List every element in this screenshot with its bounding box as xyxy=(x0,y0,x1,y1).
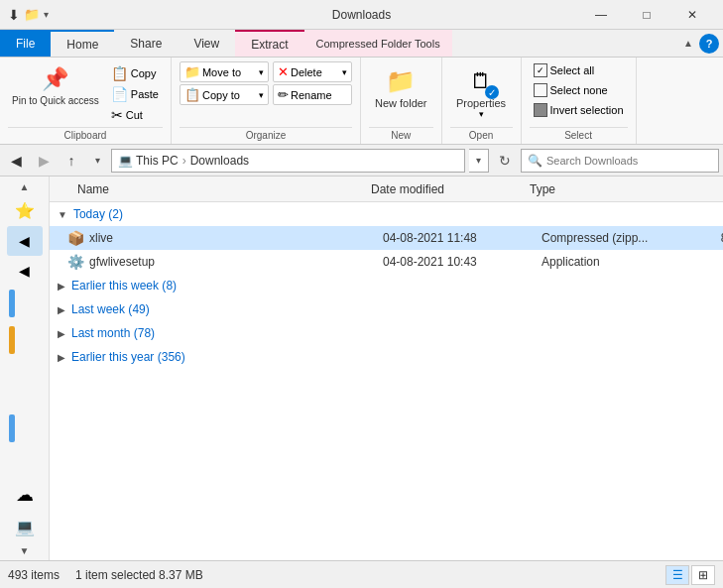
quick-access-menu-icon[interactable]: ▾ xyxy=(44,9,49,20)
xlive-name: xlive xyxy=(89,231,383,245)
scissors-icon: ✂ xyxy=(111,107,123,123)
copy-to-icon: 📋 xyxy=(184,87,200,102)
group-today-label: Today xyxy=(73,207,105,221)
group-earlier-year-count: ( xyxy=(154,350,161,364)
copy-to-label: Copy to xyxy=(202,89,240,101)
open-group-label: Open xyxy=(450,127,513,144)
group-earlier-week-chevron: ▶ xyxy=(58,281,65,292)
minimize-button[interactable]: — xyxy=(578,0,624,30)
address-breadcrumb[interactable]: 💻 This PC › Downloads xyxy=(111,149,465,173)
large-icons-view-button[interactable]: ⊞ xyxy=(691,565,715,585)
group-earlier-week-label: Earlier this week xyxy=(71,279,159,293)
new-folder-button[interactable]: 📁 New folder xyxy=(369,61,433,114)
group-last-month-header[interactable]: ▶ Last month ( 78 ) xyxy=(50,321,723,345)
move-to-icon: 📁 xyxy=(184,64,200,79)
group-today-header[interactable]: ▼ Today ( 2 ) xyxy=(50,202,723,226)
group-earlier-year-count-close: ) xyxy=(181,350,185,364)
address-dropdown-button[interactable]: ▾ xyxy=(469,149,489,173)
cut-button[interactable]: ✂ Cut xyxy=(107,105,163,125)
move-to-button[interactable]: 📁 Move to ▾ xyxy=(180,61,269,82)
details-view-button[interactable]: ☰ xyxy=(665,565,689,585)
forward-button[interactable]: ▶ xyxy=(32,149,56,173)
select-none-button[interactable]: Select none xyxy=(530,81,612,99)
select-all-button[interactable]: ✓ Select all xyxy=(530,61,599,79)
gfwlivesetup-file-icon: ⚙️ xyxy=(65,252,85,272)
new-folder-label: New folder xyxy=(375,97,427,110)
xlive-file-icon: 📦 xyxy=(65,228,85,248)
sidebar: ▲ ⭐ ◀ ◀ ☁ 💻 ▼ xyxy=(0,176,50,560)
recent-locations-button[interactable]: ▾ xyxy=(87,149,107,173)
copy-button[interactable]: 📋 Copy xyxy=(107,63,163,83)
up-button[interactable]: ↑ xyxy=(60,149,83,173)
group-today-count-close: ) xyxy=(119,207,123,221)
copy-label: Copy xyxy=(131,67,157,79)
sidebar-item-quick-access[interactable]: ⭐ xyxy=(7,194,43,226)
new-group-label: New xyxy=(369,127,433,144)
sidebar-item-this-pc[interactable]: 💻 xyxy=(7,511,43,542)
this-pc-crumb[interactable]: 💻 This PC xyxy=(118,154,179,168)
copy-icon: 📋 xyxy=(111,65,128,81)
tab-file[interactable]: File xyxy=(0,30,51,57)
copy-to-button[interactable]: 📋 Copy to ▾ xyxy=(180,84,269,105)
sidebar-item-folder[interactable]: ◀ xyxy=(7,226,43,256)
select-none-icon xyxy=(534,83,547,97)
col-header-size[interactable]: Size xyxy=(678,182,723,196)
select-group-label: Select xyxy=(530,127,628,144)
tab-home[interactable]: Home xyxy=(51,30,114,57)
search-icon: 🔍 xyxy=(528,154,542,168)
close-button[interactable]: ✕ xyxy=(669,0,715,30)
gfwlivesetup-type: Application xyxy=(542,255,690,269)
sidebar-item-folder2[interactable]: ◀ xyxy=(7,256,43,286)
ribbon-group-select: ✓ Select all Select none Invert selectio… xyxy=(522,58,637,144)
group-earlier-year-chevron: ▶ xyxy=(58,352,65,363)
pin-label: Pin to Quick access xyxy=(12,95,99,107)
delete-button[interactable]: ✕ Delete ▾ xyxy=(273,61,352,82)
group-last-week-header[interactable]: ▶ Last week ( 49 ) xyxy=(50,297,723,321)
copy-to-dropdown-icon: ▾ xyxy=(259,90,264,100)
sidebar-scroll-up[interactable]: ▲ xyxy=(0,178,49,194)
col-header-date[interactable]: Date modified xyxy=(371,182,530,196)
sidebar-scroll-down[interactable]: ▼ xyxy=(0,542,49,558)
paste-button[interactable]: 📄 Paste xyxy=(107,84,163,104)
col-header-type[interactable]: Type xyxy=(530,182,678,196)
group-last-week-chevron: ▶ xyxy=(58,304,65,315)
group-earlier-week-count-close: ) xyxy=(173,279,177,293)
ribbon-group-organize: 📁 Move to ▾ 📋 Copy to ▾ ✕ Delete ▾ ✏ xyxy=(172,58,361,144)
refresh-button[interactable]: ↻ xyxy=(493,149,517,173)
group-earlier-this-year-header[interactable]: ▶ Earlier this year ( 356 ) xyxy=(50,345,723,369)
gfwlivesetup-size: 628 KB xyxy=(690,255,723,269)
maximize-button[interactable]: □ xyxy=(624,0,669,30)
paste-label: Paste xyxy=(131,88,159,100)
select-all-icon: ✓ xyxy=(534,63,547,77)
group-earlier-this-week: ▶ Earlier this week ( 8 ) xyxy=(50,274,723,297)
search-input[interactable] xyxy=(546,155,712,167)
properties-button[interactable]: 🗒 ✓ Properties ▾ xyxy=(450,61,512,123)
file-row-gfwlivesetup[interactable]: ⚙️ gfwlivesetup 04-08-2021 10:43 Applica… xyxy=(50,250,723,274)
col-header-name[interactable]: Name xyxy=(54,182,371,196)
clipboard-group-label: Clipboard xyxy=(8,127,163,144)
move-to-dropdown-icon: ▾ xyxy=(259,67,264,77)
tab-share[interactable]: Share xyxy=(114,30,178,57)
file-row-xlive[interactable]: 📦 xlive 04-08-2021 11:48 Compressed (zip… xyxy=(50,226,723,250)
tab-extract[interactable]: Extract xyxy=(235,30,303,57)
group-last-month: ▶ Last month ( 78 ) xyxy=(50,321,723,345)
tab-view[interactable]: View xyxy=(178,30,235,57)
invert-selection-button[interactable]: Invert selection xyxy=(530,101,628,119)
sidebar-item-onedrive[interactable]: ☁ xyxy=(7,479,43,511)
group-last-week-label: Last week xyxy=(71,302,125,316)
select-none-label: Select none xyxy=(550,84,608,96)
properties-dropdown-icon: ▾ xyxy=(479,109,484,119)
ribbon-collapse-icon[interactable]: ▲ xyxy=(683,38,693,49)
group-earlier-this-week-header[interactable]: ▶ Earlier this week ( 8 ) xyxy=(50,274,723,297)
back-button[interactable]: ◀ xyxy=(4,149,28,173)
tab-compressed-folder-tools[interactable]: Compressed Folder Tools xyxy=(304,30,452,57)
group-today: ▼ Today ( 2 ) 📦 xlive 04-08-2021 11:48 C… xyxy=(50,202,723,274)
status-item-count: 493 items xyxy=(8,568,60,582)
this-pc-icon: 💻 xyxy=(118,154,133,168)
pin-to-quick-access-button[interactable]: 📌 Pin to Quick access xyxy=(8,61,103,109)
rename-button[interactable]: ✏ Rename xyxy=(273,84,352,105)
group-today-chevron: ▼ xyxy=(58,209,67,220)
downloads-crumb[interactable]: Downloads xyxy=(190,154,249,168)
search-box[interactable]: 🔍 xyxy=(521,149,719,173)
help-button[interactable]: ? xyxy=(699,34,719,54)
